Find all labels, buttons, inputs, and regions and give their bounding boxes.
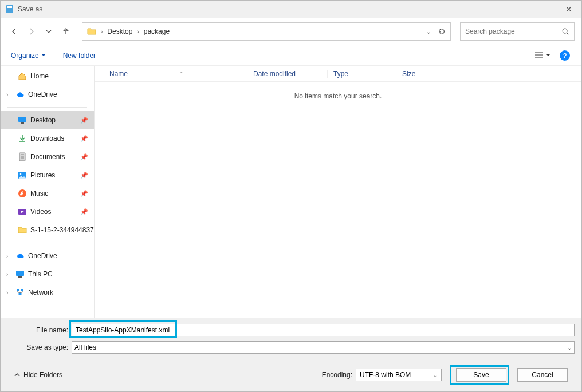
sidebar-item-network[interactable]: › Network bbox=[1, 283, 94, 302]
svg-rect-21 bbox=[16, 271, 24, 276]
file-area: Name ⌃ Date modified Type Size No items … bbox=[95, 66, 581, 318]
sidebar-label: OneDrive bbox=[28, 90, 57, 98]
svg-point-5 bbox=[563, 29, 567, 33]
pin-icon: 📌 bbox=[80, 208, 88, 216]
folder-icon bbox=[18, 225, 27, 235]
recent-dropdown[interactable] bbox=[42, 25, 56, 38]
sidebar-item-documents[interactable]: Documents 📌 bbox=[1, 148, 94, 166]
sidebar-item-videos[interactable]: Videos 📌 bbox=[1, 203, 94, 221]
encoding-select[interactable]: UTF-8 with BOM ⌄ bbox=[356, 369, 442, 381]
svg-rect-23 bbox=[17, 289, 19, 291]
sidebar-item-downloads[interactable]: Downloads 📌 bbox=[1, 129, 94, 148]
cloud-icon bbox=[15, 251, 25, 260]
filename-label: File name: bbox=[7, 326, 72, 334]
filename-row: File name: bbox=[7, 324, 575, 336]
pin-icon: 📌 bbox=[80, 135, 88, 142]
sidebar-label: Pictures bbox=[30, 171, 55, 179]
chevron-up-icon bbox=[14, 372, 20, 378]
chevron-down-icon: ⌄ bbox=[567, 345, 572, 351]
footer: Hide Folders Encoding: UTF-8 with BOM ⌄ … bbox=[7, 358, 575, 391]
search-box[interactable] bbox=[460, 22, 575, 41]
search-icon[interactable] bbox=[561, 27, 569, 35]
saveastype-value: All files bbox=[74, 343, 96, 351]
sidebar-label: S-1-15-2-344944837 bbox=[30, 226, 94, 234]
folder-icon bbox=[87, 27, 96, 36]
svg-rect-10 bbox=[18, 117, 26, 122]
organize-label: Organize bbox=[11, 52, 39, 60]
sidebar-label: Documents bbox=[30, 153, 65, 161]
sidebar-item-home[interactable]: Home bbox=[1, 67, 94, 85]
hide-folders-button[interactable]: Hide Folders bbox=[14, 371, 62, 379]
chevron-down-icon: ⌄ bbox=[433, 372, 438, 378]
window-title: Save as bbox=[18, 5, 561, 13]
back-button[interactable] bbox=[7, 25, 21, 38]
forward-button[interactable] bbox=[25, 25, 38, 38]
sidebar-item-pictures[interactable]: Pictures 📌 bbox=[1, 166, 94, 184]
sidebar-label: This PC bbox=[28, 270, 53, 278]
svg-rect-22 bbox=[18, 276, 22, 278]
sort-indicator-icon: ⌃ bbox=[179, 71, 184, 77]
close-icon[interactable]: ✕ bbox=[561, 5, 577, 14]
search-input[interactable] bbox=[465, 27, 561, 35]
svg-line-6 bbox=[567, 33, 568, 34]
save-button[interactable]: Save bbox=[456, 368, 506, 382]
chevron-down-icon bbox=[546, 53, 550, 58]
toolbar: Organize New folder ? bbox=[1, 45, 581, 66]
sidebar-item-sidfolder[interactable]: S-1-15-2-344944837 bbox=[1, 221, 94, 239]
help-button[interactable]: ? bbox=[560, 50, 570, 61]
view-menu[interactable] bbox=[534, 52, 550, 60]
chevron-down-icon bbox=[41, 53, 46, 58]
cloud-icon bbox=[15, 90, 25, 99]
column-headers: Name ⌃ Date modified Type Size bbox=[95, 66, 581, 82]
sidebar-label: Network bbox=[28, 288, 53, 296]
svg-rect-1 bbox=[7, 6, 12, 7]
document-icon bbox=[18, 152, 27, 161]
body: Home › OneDrive Desktop 📌 Downloads 📌 Do… bbox=[1, 66, 581, 318]
videos-icon bbox=[18, 207, 27, 216]
app-icon bbox=[5, 5, 14, 14]
organize-menu[interactable]: Organize bbox=[11, 52, 46, 60]
encoding-label: Encoding: bbox=[322, 371, 352, 379]
column-type[interactable]: Type bbox=[327, 70, 396, 78]
saveastype-select[interactable]: All files ⌄ bbox=[72, 341, 575, 354]
pin-icon: 📌 bbox=[80, 172, 88, 179]
sidebar-label: Downloads bbox=[30, 134, 64, 142]
network-icon bbox=[15, 288, 25, 297]
chevron-right-icon[interactable]: › bbox=[6, 271, 12, 278]
sidebar-label: OneDrive bbox=[28, 252, 57, 260]
breadcrumb-root[interactable]: Desktop bbox=[107, 27, 132, 35]
chevron-right-icon: › bbox=[137, 29, 139, 35]
new-folder-button[interactable]: New folder bbox=[63, 52, 96, 60]
chevron-right-icon[interactable]: › bbox=[6, 92, 12, 98]
svg-rect-13 bbox=[19, 153, 25, 161]
chevron-right-icon[interactable]: › bbox=[6, 290, 12, 296]
pin-icon: 📌 bbox=[80, 190, 88, 197]
pin-icon: 📌 bbox=[80, 117, 88, 124]
column-name[interactable]: Name ⌃ bbox=[109, 70, 247, 78]
sidebar-item-onedrive2[interactable]: › OneDrive bbox=[1, 247, 94, 265]
address-bar[interactable]: › Desktop › package ⌄ bbox=[82, 22, 451, 41]
column-date[interactable]: Date modified bbox=[247, 70, 327, 78]
sidebar-item-desktop[interactable]: Desktop 📌 bbox=[1, 111, 94, 129]
sidebar-label: Music bbox=[30, 189, 48, 197]
address-dropdown-icon[interactable]: ⌄ bbox=[426, 29, 431, 35]
sidebar-item-onedrive[interactable]: › OneDrive bbox=[1, 85, 94, 104]
sidebar: Home › OneDrive Desktop 📌 Downloads 📌 Do… bbox=[1, 66, 95, 318]
empty-message: No items match your search. bbox=[95, 92, 581, 100]
refresh-icon[interactable] bbox=[438, 27, 446, 35]
sidebar-item-music[interactable]: Music 📌 bbox=[1, 184, 94, 203]
up-button[interactable] bbox=[59, 25, 73, 38]
download-icon bbox=[18, 134, 27, 143]
highlight-box: Save bbox=[450, 365, 509, 385]
cancel-button[interactable]: Cancel bbox=[517, 368, 568, 382]
chevron-right-icon[interactable]: › bbox=[6, 253, 12, 259]
column-size[interactable]: Size bbox=[396, 70, 442, 78]
filename-input[interactable] bbox=[72, 324, 575, 336]
sidebar-item-thispc[interactable]: › This PC bbox=[1, 265, 94, 283]
breadcrumb-sub[interactable]: package bbox=[144, 27, 170, 35]
save-as-dialog: Save as ✕ › Desktop › package ⌄ Organize… bbox=[0, 0, 582, 392]
saveastype-row: Save as type: All files ⌄ bbox=[7, 341, 575, 354]
nav-row: › Desktop › package ⌄ bbox=[1, 18, 581, 45]
bottom-panel: File name: Save as type: All files ⌄ Hid… bbox=[1, 318, 581, 391]
svg-point-18 bbox=[20, 173, 22, 175]
